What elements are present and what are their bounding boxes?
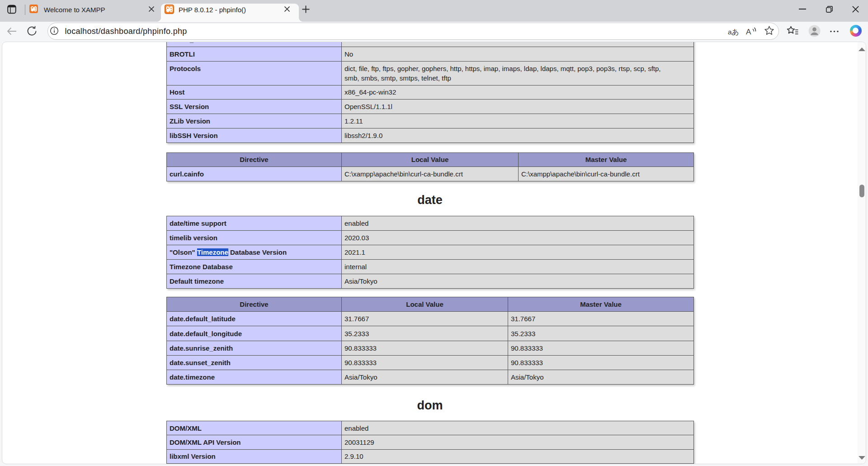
svg-text:A: A bbox=[746, 28, 751, 36]
svg-text:あ: あ bbox=[732, 28, 739, 36]
